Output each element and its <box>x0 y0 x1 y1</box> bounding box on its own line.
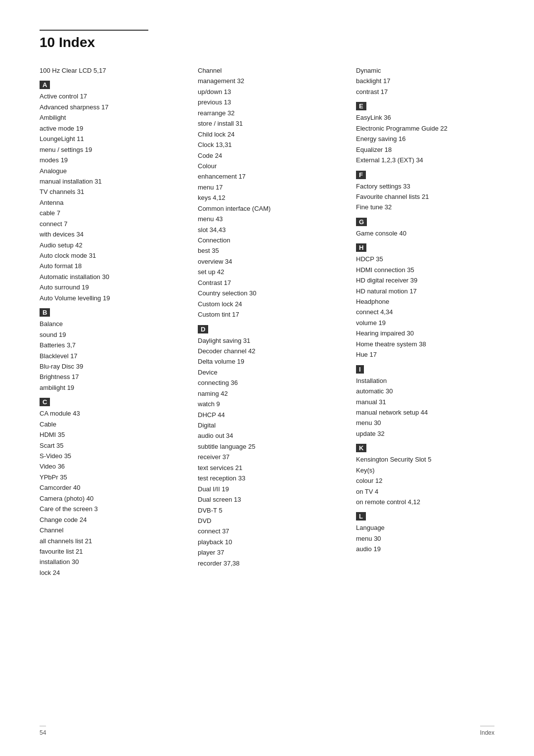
section-letter-i: I <box>356 365 364 374</box>
plain-entry: Delta volume 19 <box>198 358 244 365</box>
chapter-title: 10 Index <box>40 35 494 50</box>
parent-entry: Language <box>356 524 385 531</box>
plain-entry: Auto format 18 <box>40 262 82 270</box>
plain-entry: Country selection 30 <box>198 289 257 297</box>
plain-entry: Energy saving 16 <box>356 135 405 142</box>
parent-entry: Colour <box>198 162 217 170</box>
sub-entry: keys 4,12 <box>198 194 225 201</box>
plain-entry: Equalizer 18 <box>356 146 392 153</box>
sub-entry: colour 12 <box>356 477 382 484</box>
sub-entry: text services 21 <box>198 464 242 472</box>
sub-entry: receiver 37 <box>198 453 229 461</box>
footer-left: 54 <box>40 726 46 736</box>
sub-entry: cable 7 <box>40 209 60 217</box>
plain-entry: Kensington Security Slot 5 <box>356 456 431 463</box>
sub-entry: on remote control 4,12 <box>356 498 420 506</box>
sub-entry: enhancement 17 <box>198 173 246 180</box>
parent-entry: Headphone <box>356 298 389 305</box>
parent-entry: Installation <box>356 377 387 384</box>
plain-entry: Custom tint 17 <box>198 311 239 318</box>
parent-entry: Dynamic <box>356 67 381 74</box>
sub-entry: modes 19 <box>40 156 68 164</box>
sub-entry: S-Video 35 <box>40 452 71 460</box>
sub-entry: contrast 17 <box>356 88 388 95</box>
plain-entry: Blacklevel 17 <box>40 352 78 360</box>
sub-entry: all channels list 21 <box>40 537 92 545</box>
sub-entry: installation 30 <box>40 558 79 566</box>
parent-entry: Digital <box>198 422 216 429</box>
sub-entry: watch 9 <box>198 400 220 408</box>
plain-entry: Contrast 17 <box>198 279 231 286</box>
sub-entry: rearrange 32 <box>198 109 234 117</box>
sub-entry: store / install 31 <box>198 120 243 127</box>
sub-entry: favourite list 21 <box>40 548 83 555</box>
plain-entry: Batteries 3,7 <box>40 341 76 349</box>
sub-entry: menu / settings 19 <box>40 146 92 153</box>
sub-entry: Scart 35 <box>40 442 63 449</box>
page-footer: 54 Index <box>40 726 494 736</box>
sub-entry: slot 34,43 <box>198 226 225 234</box>
section-letter-e: E <box>356 102 366 110</box>
sub-entry: playback 10 <box>198 538 232 546</box>
plain-entry: Factory settings 33 <box>356 183 410 190</box>
index-column-2: Channelmanagement 32up/down 13previous 1… <box>198 65 336 568</box>
sub-entry: connect 7 <box>40 220 67 228</box>
sub-entry: manual installation 31 <box>40 178 102 185</box>
sub-entry: with devices 34 <box>40 231 84 238</box>
sub-entry: manual 31 <box>356 398 386 406</box>
plain-entry: HD natural motion 17 <box>356 287 417 295</box>
plain-entry: Favourite channel lists 21 <box>356 193 429 200</box>
plain-entry: Game console 40 <box>356 230 406 237</box>
plain-entry: Auto Volume levelling 19 <box>40 294 110 302</box>
sub-entry: on TV 4 <box>356 488 378 495</box>
top-rule <box>40 30 148 31</box>
plain-entry: Audio setup 42 <box>40 241 83 249</box>
plain-entry: Daylight saving 31 <box>198 337 250 344</box>
sub-entry: lock 24 <box>40 569 60 576</box>
section-letter-d: D <box>198 325 208 333</box>
sub-entry: menu 17 <box>198 184 223 191</box>
plain-entry: 100 Hz Clear LCD 5,17 <box>40 67 106 74</box>
sub-entry: set up 42 <box>198 268 224 276</box>
plain-entry: DHCP 44 <box>198 411 225 419</box>
sub-entry: automatic 30 <box>356 387 393 395</box>
plain-entry: Hearing impaired 30 <box>356 330 414 337</box>
parent-entry: Cable <box>40 421 56 428</box>
sub-entry: active mode 19 <box>40 125 83 132</box>
parent-entry: Device <box>198 369 218 376</box>
parent-entry: Antenna <box>40 199 63 206</box>
footer-right: Index <box>480 726 494 736</box>
section-letter-b: B <box>40 308 50 317</box>
section-letter-l: L <box>356 512 366 520</box>
parent-entry: DVD <box>198 517 211 524</box>
plain-entry: DVB-T 5 <box>198 507 222 514</box>
plain-entry: Advanced sharpness 17 <box>40 103 108 111</box>
sub-entry: up/down 13 <box>198 88 231 95</box>
sub-entry: player 37 <box>198 549 224 556</box>
sub-entry: connecting 36 <box>198 379 238 386</box>
plain-entry: HDCP 35 <box>356 255 383 263</box>
sub-entry: YPbPr 35 <box>40 473 67 481</box>
plain-entry: Active control 17 <box>40 93 87 100</box>
section-letter-h: H <box>356 243 366 252</box>
plain-entry: Auto clock mode 31 <box>40 252 96 259</box>
parent-entry: Channel <box>40 526 63 534</box>
sub-entry: HDMI 35 <box>40 431 65 438</box>
sub-entry: connect 4,34 <box>356 308 393 316</box>
plain-entry: Electronic Programme Guide 22 <box>356 125 447 132</box>
sub-entry: menu 30 <box>356 535 381 542</box>
sub-entry: audio 19 <box>356 545 381 553</box>
sub-entry: connect 37 <box>198 527 229 535</box>
plain-entry: Dual I/II 19 <box>198 485 229 493</box>
plain-entry: Child lock 24 <box>198 131 234 138</box>
plain-entry: Blu-ray Disc 39 <box>40 363 83 370</box>
section-letter-c: C <box>40 398 50 406</box>
sub-entry: best 35 <box>198 247 219 254</box>
plain-entry: Camcorder 40 <box>40 484 80 491</box>
section-letter-g: G <box>356 218 367 226</box>
sub-entry: test reception 33 <box>198 474 245 482</box>
plain-entry: Auto surround 19 <box>40 284 89 291</box>
plain-entry: HDMI connection 35 <box>356 266 414 274</box>
section-letter-f: F <box>356 171 366 179</box>
sub-entry: audio out 34 <box>198 432 233 439</box>
